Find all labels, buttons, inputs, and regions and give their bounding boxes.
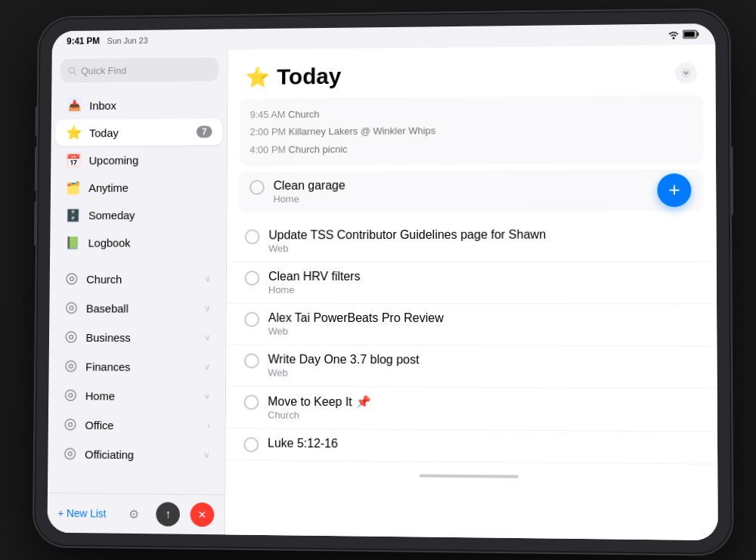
svg-point-12 — [69, 364, 73, 368]
plus-icon: + — [668, 179, 680, 199]
anytime-icon: 🗂️ — [65, 179, 81, 196]
task-item[interactable]: Luke 5:12-16 — [225, 429, 717, 464]
task-checkbox[interactable] — [244, 311, 259, 326]
battery-icon — [683, 29, 700, 39]
task-checkbox[interactable] — [245, 229, 260, 244]
status-date: Sun Jun 23 — [107, 36, 148, 45]
task-title: Clean garage — [274, 177, 693, 192]
svg-point-16 — [69, 422, 73, 426]
sidebar-item-label: Logbook — [88, 236, 212, 249]
task-checkbox[interactable] — [244, 353, 259, 368]
business-area-icon — [64, 330, 79, 345]
sidebar-item-office[interactable]: Office › — [53, 410, 221, 439]
task-subtitle: Church — [268, 409, 699, 423]
settings-button[interactable]: ⚙ — [122, 501, 146, 525]
area-label: Officiating — [85, 447, 196, 461]
task-title: Update TSS Contributor Guidelines page f… — [268, 227, 698, 242]
svg-rect-1 — [697, 32, 699, 36]
sidebar-item-upcoming[interactable]: 📅 Upcoming — [55, 145, 222, 173]
search-placeholder: Quick Find — [81, 64, 126, 76]
chevron-down-icon: ∨ — [204, 361, 211, 372]
close-icon: ✕ — [197, 508, 206, 520]
add-task-button[interactable]: + — [657, 173, 691, 207]
sidebar-item-church[interactable]: Church ∨ — [54, 265, 222, 293]
someday-icon: 🗄️ — [65, 206, 82, 223]
calendar-event-3: 4:00 PM Church picnic — [249, 138, 692, 158]
task-item[interactable]: Alex Tai PowerBeats Pro Review Web — [226, 303, 717, 346]
area-label: Office — [85, 418, 200, 432]
inbox-icon: 📥 — [66, 97, 82, 113]
sidebar-item-label: Inbox — [89, 97, 212, 111]
calendar-event-2: 2:00 PM Killarney Lakers @ Winkler Whips — [249, 120, 692, 141]
share-button[interactable]: ↑ — [156, 502, 180, 526]
area-label: Baseball — [86, 302, 197, 314]
sidebar-item-home[interactable]: Home ∨ — [53, 381, 221, 410]
sidebar: Quick Find 📥 Inbox ⭐ Today 7 📅 — [47, 49, 228, 534]
sidebar-item-baseball[interactable]: Baseball ∨ — [54, 293, 222, 322]
status-time: 9:41 PM — [67, 36, 100, 46]
sidebar-item-officiating[interactable]: Officiating ∨ — [52, 439, 221, 469]
home-indicator — [225, 466, 717, 486]
app-container: Quick Find 📥 Inbox ⭐ Today 7 📅 — [47, 45, 717, 540]
task-checkbox[interactable] — [243, 437, 259, 452]
task-content: Clean garage Home — [274, 177, 693, 204]
sidebar-item-today[interactable]: ⭐ Today 7 — [55, 118, 222, 146]
svg-point-7 — [67, 302, 77, 313]
new-list-button[interactable]: + New List — [57, 506, 106, 519]
sidebar-item-inbox[interactable]: 📥 Inbox — [56, 91, 223, 119]
sidebar-item-label: Anytime — [88, 180, 212, 193]
task-item[interactable]: Move to Keep It 📌 Church — [226, 386, 717, 432]
task-content: Move to Keep It 📌 Church — [268, 394, 699, 423]
area-label: Home — [85, 388, 197, 402]
settings-icon: ⚙ — [129, 506, 139, 521]
task-item[interactable]: Write Day One 3.7 blog post Web — [226, 345, 717, 388]
volume-mute-button — [35, 106, 38, 135]
task-item-highlighted[interactable]: Clean garage Home + — [239, 169, 704, 212]
task-item[interactable]: Clean HRV filters Home — [227, 261, 717, 304]
task-subtitle: Home — [274, 191, 693, 204]
svg-point-9 — [66, 332, 76, 342]
sidebar-item-logbook[interactable]: 📗 Logbook — [54, 228, 222, 255]
sidebar-item-label: Someday — [88, 208, 212, 221]
task-checkbox[interactable] — [244, 394, 259, 410]
svg-point-3 — [69, 67, 75, 73]
home-area-icon — [64, 388, 79, 403]
task-content: Write Day One 3.7 blog post Web — [268, 352, 698, 380]
task-item[interactable]: Update TSS Contributor Guidelines page f… — [227, 220, 717, 262]
page-title: Today — [277, 63, 341, 89]
sidebar-item-business[interactable]: Business ∨ — [54, 323, 222, 351]
task-content: Alex Tai PowerBeats Pro Review Web — [268, 311, 699, 337]
footer-icons: ⚙ ↑ ✕ — [122, 501, 214, 526]
task-content: Luke 5:12-16 — [268, 436, 699, 453]
sidebar-item-anytime[interactable]: 🗂️ Anytime — [55, 173, 222, 200]
chevron-down-icon — [680, 67, 691, 78]
share-icon: ↑ — [165, 507, 171, 521]
ipad-frame: 9:41 PM Sun Jun 23 — [34, 9, 733, 554]
sidebar-nav: 📥 Inbox ⭐ Today 7 📅 Upcoming 🗂️ — [48, 87, 227, 494]
close-button[interactable]: ✕ — [191, 502, 215, 526]
sidebar-item-someday[interactable]: 🗄️ Someday — [54, 201, 222, 228]
svg-point-8 — [70, 306, 73, 310]
area-label: Finances — [85, 360, 197, 373]
status-icons — [668, 29, 700, 39]
task-checkbox[interactable] — [249, 180, 265, 195]
main-content: ⭐ Today 9:45 AM Church — [225, 45, 718, 540]
search-bar[interactable]: Quick Find — [60, 57, 218, 82]
sidebar-item-finances[interactable]: Finances ∨ — [53, 351, 221, 381]
area-label: Business — [85, 330, 197, 343]
task-title: Alex Tai PowerBeats Pro Review — [268, 311, 699, 325]
svg-point-11 — [66, 360, 76, 371]
task-subtitle: Home — [268, 284, 698, 295]
task-checkbox[interactable] — [244, 271, 259, 286]
task-title: Clean HRV filters — [268, 269, 698, 283]
svg-point-15 — [65, 419, 76, 429]
chevron-down-icon: ∨ — [203, 391, 210, 401]
svg-point-19 — [681, 68, 691, 78]
svg-point-10 — [70, 335, 73, 339]
task-subtitle: Web — [268, 325, 699, 337]
officiating-area-icon — [63, 446, 78, 461]
collapse-button[interactable] — [675, 62, 697, 83]
task-title: Luke 5:12-16 — [268, 436, 699, 453]
task-title: Move to Keep It 📌 — [268, 394, 699, 410]
search-icon — [68, 66, 77, 75]
